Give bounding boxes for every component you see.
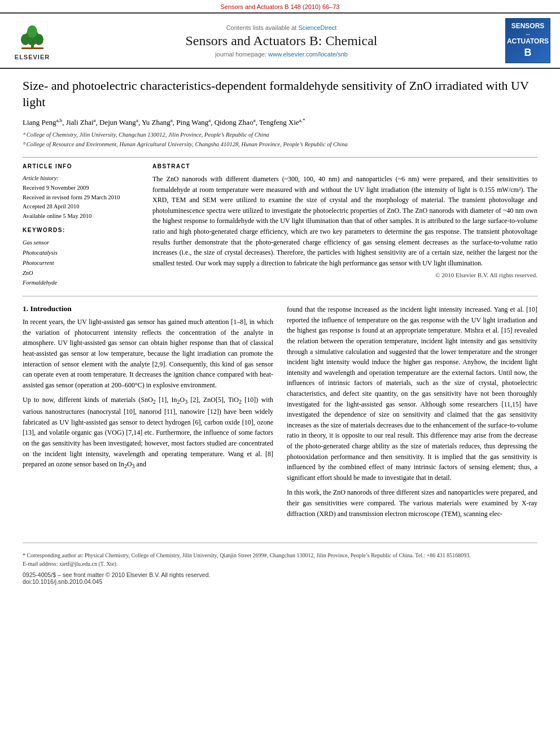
authors: Liang Penga,b, Jiali Zhaia, Dejun Wanga,… bbox=[23, 117, 537, 126]
intro-para4: In this work, the ZnO nanorods of three … bbox=[287, 487, 537, 519]
sensors-actuators-badge: SENSORS ... ACTUATORS B bbox=[505, 18, 550, 63]
article-info-abstract: ARTICLE INFO Article history: Received 9… bbox=[23, 157, 537, 288]
elsevier-logo-section: ELSEVIER bbox=[7, 21, 58, 60]
journal-title: Sensors and Actuators B: Chemical bbox=[63, 33, 500, 49]
keywords-section: Keywords: Gas sensor Photocatalysis Phot… bbox=[23, 227, 135, 288]
affiliations: ᵃ College of Chemistry, Jilin University… bbox=[23, 130, 537, 150]
affiliation-b: ᵇ College of Resource and Environment, H… bbox=[23, 140, 537, 149]
citation-bar: Sensors and Actuators B 148 (2010) 66–73 bbox=[0, 0, 560, 12]
doi: doi:10.1016/j.snb.2010.04.045 bbox=[23, 578, 537, 585]
section-divider bbox=[23, 296, 537, 296]
authors-text: Liang Penga,b, Jiali Zhaia, Dejun Wanga,… bbox=[23, 118, 305, 126]
revised-date: Received in revised form 29 March 2010 bbox=[23, 193, 135, 203]
journal-homepage: journal homepage: www.elsevier.com/locat… bbox=[63, 51, 500, 58]
elsevier-logo: ELSEVIER bbox=[7, 21, 58, 60]
received-date: Received 9 November 2009 bbox=[23, 184, 135, 193]
available-date: Available online 5 May 2010 bbox=[23, 212, 135, 221]
keyword-4: ZnO bbox=[23, 268, 135, 278]
journal-homepage-link[interactable]: www.elsevier.com/locate/snb bbox=[268, 51, 348, 58]
keyword-5: Formaldehyde bbox=[23, 278, 135, 288]
article-info-label: ARTICLE INFO bbox=[23, 163, 135, 169]
keyword-1: Gas sensor bbox=[23, 238, 135, 248]
accepted-date: Accepted 28 April 2010 bbox=[23, 202, 135, 212]
article-info-col: ARTICLE INFO Article history: Received 9… bbox=[23, 163, 135, 288]
abstract-col: ABSTRACT The ZnO nanorods with different… bbox=[152, 163, 537, 288]
keywords-label: Keywords: bbox=[23, 227, 135, 233]
keywords-list: Gas sensor Photocatalysis Photocurrent Z… bbox=[23, 238, 135, 288]
copyright: © 2010 Elsevier B.V. All rights reserved… bbox=[152, 272, 537, 278]
main-content: 1. Introduction In recent years, the UV … bbox=[23, 304, 537, 523]
abstract-text: The ZnO nanorods with different diameter… bbox=[152, 174, 537, 268]
journal-badge-section: SENSORS ... ACTUATORS B bbox=[505, 18, 553, 63]
issn: 0925-4005/$ – see front matter © 2010 El… bbox=[23, 571, 537, 578]
main-col-left: 1. Introduction In recent years, the UV … bbox=[23, 304, 273, 523]
affiliation-a: ᵃ College of Chemistry, Jilin University… bbox=[23, 130, 537, 139]
article-history: Article history: Received 9 November 200… bbox=[23, 174, 135, 221]
article-title: Size- and photoelectric characteristics-… bbox=[23, 78, 537, 110]
intro-para1: In recent years, the UV light-assisted g… bbox=[23, 317, 273, 390]
keyword-3: Photocurrent bbox=[23, 258, 135, 268]
svg-point-5 bbox=[27, 25, 37, 38]
journal-header: ELSEVIER Contents lists available at Sci… bbox=[0, 12, 560, 69]
sciencedirect-link[interactable]: ScienceDirect bbox=[298, 24, 336, 31]
footnote-star: * Corresponding author at: Physical Chem… bbox=[23, 551, 537, 560]
intro-heading: 1. Introduction bbox=[23, 304, 273, 313]
intro-para3: found that the response increased as the… bbox=[287, 304, 537, 483]
main-col-right: found that the response increased as the… bbox=[287, 304, 537, 523]
footer-divider bbox=[23, 543, 537, 543]
intro-para2: Up to now, different kinds of materials … bbox=[23, 395, 273, 471]
sciencedirect-info: Contents lists available at ScienceDirec… bbox=[63, 24, 500, 31]
history-label: Article history: bbox=[23, 174, 135, 184]
citation-text: Sensors and Actuators B 148 (2010) 66–73 bbox=[221, 3, 340, 10]
journal-title-section: Contents lists available at ScienceDirec… bbox=[63, 24, 500, 58]
abstract-label: ABSTRACT bbox=[152, 163, 537, 169]
article-footer: * Corresponding author at: Physical Chem… bbox=[0, 543, 560, 591]
elsevier-label: ELSEVIER bbox=[15, 54, 50, 60]
svg-rect-6 bbox=[21, 47, 43, 49]
elsevier-tree-icon bbox=[17, 21, 48, 53]
issn-line: 0925-4005/$ – see front matter © 2010 El… bbox=[23, 571, 537, 585]
footnote-email: E-mail address: xietf@jlu.edu.cn (T. Xie… bbox=[23, 560, 537, 568]
article-body: Size- and photoelectric characteristics-… bbox=[0, 69, 560, 535]
footnote: * Corresponding author at: Physical Chem… bbox=[23, 551, 537, 568]
keyword-2: Photocatalysis bbox=[23, 248, 135, 258]
